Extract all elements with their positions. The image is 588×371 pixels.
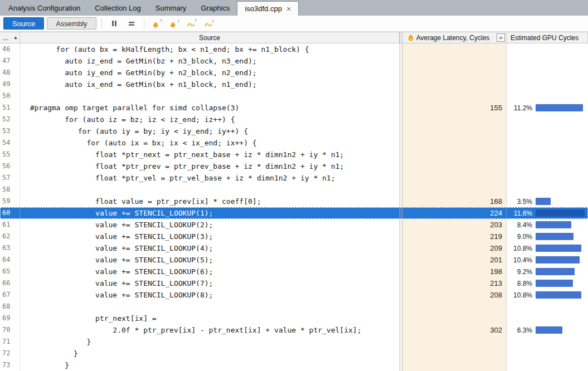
source-row[interactable]: 56 float *ptr_prev = ptr_prev_base + iz … — [0, 160, 588, 172]
source-row[interactable]: 68 — [0, 301, 588, 313]
jump-to-next-hotspot-button[interactable]: ↓ — [167, 17, 181, 30]
source-row[interactable]: 70 2.0f * ptr_prev[ix] - ptr_next[ix] + … — [0, 324, 588, 336]
tab-close-icon[interactable]: × — [286, 5, 291, 13]
flame-icon — [408, 34, 414, 41]
source-row[interactable]: 53 for (auto iy = by; iy < iy_end; iy++)… — [0, 125, 588, 137]
source-row[interactable]: 60 value += STENCIL_LOOKUP(1); 224 11.6% — [0, 207, 588, 219]
line-number: 70 — [0, 324, 20, 336]
code-text — [20, 184, 400, 196]
gpu-cell — [507, 336, 588, 348]
source-row[interactable]: 64 value += STENCIL_LOOKUP(5); 201 10.4% — [0, 254, 588, 266]
source-row[interactable]: 71 } — [0, 336, 588, 348]
latency-header-label: Average Latency, Cycles — [416, 34, 490, 42]
latency-value — [402, 125, 507, 137]
line-number: 59 — [0, 196, 20, 207]
code-text: for (auto ix = bx; ix < ix_end; ix++) { — [20, 137, 400, 149]
source-row[interactable]: 57 float *ptr_vel = ptr_vel_base + iz * … — [0, 172, 588, 184]
expand-columns-button[interactable]: » — [497, 33, 505, 42]
source-view-button[interactable]: Source — [3, 17, 44, 30]
source-row[interactable]: 62 value += STENCIL_LOOKUP(3); 219 9.0% — [0, 231, 588, 242]
source-row[interactable]: 59 float value = ptr_prev[ix] * coeff[0]… — [0, 196, 588, 207]
sort-ascending-icon: ▲ — [13, 35, 18, 40]
latency-value — [402, 348, 507, 359]
tab-label: Summary — [155, 4, 187, 12]
code-text: for (auto iy = by; iy < iy_end; iy++) { — [20, 125, 400, 137]
code-text — [20, 90, 400, 102]
source-row[interactable]: 54 for (auto ix = bx; ix < ix_end; ix++)… — [0, 137, 588, 149]
source-row[interactable]: 47 auto iz_end = GetMin(bz + n3_block, n… — [0, 55, 588, 67]
source-row[interactable]: 55 float *ptr_next = ptr_next_base + iz … — [0, 149, 588, 160]
row-view-button[interactable] — [124, 17, 139, 30]
jump-to-previous-loop-button[interactable]: ↑ — [184, 17, 198, 30]
gpu-percent: 9.2% — [507, 268, 532, 276]
source-row[interactable]: 49 auto ix_end = GetMin(bx + n1_block, n… — [0, 79, 588, 90]
line-number: 69 — [0, 313, 20, 324]
assembly-view-button[interactable]: Assembly — [47, 17, 96, 30]
source-row[interactable]: 66 value += STENCIL_LOOKUP(7); 213 8.8% — [0, 277, 588, 289]
source-row[interactable]: 73 } — [0, 359, 588, 371]
source-row[interactable]: 63 value += STENCIL_LOOKUP(4); 209 10.8% — [0, 242, 588, 254]
source-row[interactable]: 65 value += STENCIL_LOOKUP(6); 198 9.2% — [0, 266, 588, 277]
gpu-percent: 11.2% — [507, 104, 532, 112]
gpu-cell — [507, 55, 588, 67]
line-number: 49 — [0, 79, 20, 90]
tab-label: iso3dfd.cpp — [245, 4, 282, 13]
latency-value — [402, 137, 507, 149]
pause-columns-button[interactable] — [107, 17, 122, 30]
line-number: 54 — [0, 137, 20, 149]
source-row[interactable]: 58 — [0, 184, 588, 196]
latency-value: 203 — [402, 219, 507, 231]
gpu-percent: 3.5% — [507, 198, 532, 206]
jump-to-next-loop-button[interactable]: ↓ — [201, 17, 216, 30]
code-text: value += STENCIL_LOOKUP(5); — [20, 254, 400, 266]
tab[interactable]: Analysis Configuration — [1, 0, 88, 16]
code-text: value += STENCIL_LOOKUP(3); — [20, 231, 400, 242]
tab[interactable]: Graphics — [193, 0, 237, 16]
gpu-bar — [536, 256, 580, 263]
source-row[interactable]: 52 for (auto iz = bz; iz < iz_end; iz++)… — [0, 114, 588, 125]
gpu-bar — [536, 198, 551, 205]
toolbar: Source Assembly ↑ ↓ ↑ ↓ — [0, 16, 588, 32]
source-row[interactable]: 67 value += STENCIL_LOOKUP(8); 208 10.8% — [0, 289, 588, 301]
gpu-cell: 10.8% — [507, 289, 588, 301]
gpu-cycles-column-header[interactable]: Estimated GPU Cycles — [507, 32, 588, 43]
source-row[interactable]: 72 } — [0, 348, 588, 359]
latency-column-header[interactable]: Average Latency, Cycles » — [402, 32, 507, 43]
latency-value: 168 — [402, 196, 507, 207]
source-row[interactable]: 61 value += STENCIL_LOOKUP(2); 203 8.4% — [0, 219, 588, 231]
gpu-cell — [507, 149, 588, 160]
gpu-cell — [507, 67, 588, 79]
tab[interactable]: Summary — [148, 0, 194, 16]
latency-value: 213 — [402, 277, 507, 289]
latency-value: 224 — [402, 207, 507, 219]
source-row[interactable]: 46 for (auto bx = kHalfLength; bx < n1_e… — [0, 43, 588, 55]
gpu-percent: 8.8% — [507, 280, 532, 287]
latency-value: 198 — [402, 266, 507, 277]
tab[interactable]: iso3dfd.cpp × — [237, 1, 299, 16]
latency-value — [402, 160, 507, 172]
source-row[interactable]: 50 — [0, 90, 588, 102]
tab[interactable]: Collection Log — [88, 0, 148, 16]
code-text: float value = ptr_prev[ix] * coeff[0]; — [20, 196, 400, 207]
line-number: 72 — [0, 348, 20, 359]
line-header-label: ... — [3, 34, 8, 42]
arrow-up-icon: ↑ — [195, 17, 197, 23]
gpu-cell: 10.4% — [507, 254, 588, 266]
source-row[interactable]: 48 auto iy_end = GetMin(by + n2_block, n… — [0, 67, 588, 79]
line-number: 46 — [0, 43, 20, 55]
latency-value — [402, 90, 507, 102]
jump-to-previous-hotspot-button[interactable]: ↑ — [149, 17, 164, 30]
gpu-bar — [536, 245, 581, 252]
latency-value: 155 — [402, 102, 507, 114]
code-text: float *ptr_next = ptr_next_base + iz * d… — [20, 149, 400, 160]
source-column-header[interactable]: Source — [20, 32, 400, 43]
line-number-column-header[interactable]: ... ▲ — [0, 32, 20, 43]
code-text: auto iz_end = GetMin(bz + n3_block, n3_e… — [20, 55, 400, 67]
line-number: 53 — [0, 125, 20, 137]
code-text: 2.0f * ptr_prev[ix] - ptr_next[ix] + val… — [20, 324, 400, 336]
gpu-cell — [507, 43, 588, 55]
source-row[interactable]: 51 #pragma omp target parallel for simd … — [0, 102, 588, 114]
latency-value — [402, 301, 507, 313]
source-row[interactable]: 69 ptr_next[ix] = — [0, 313, 588, 324]
gpu-bar — [536, 209, 585, 217]
